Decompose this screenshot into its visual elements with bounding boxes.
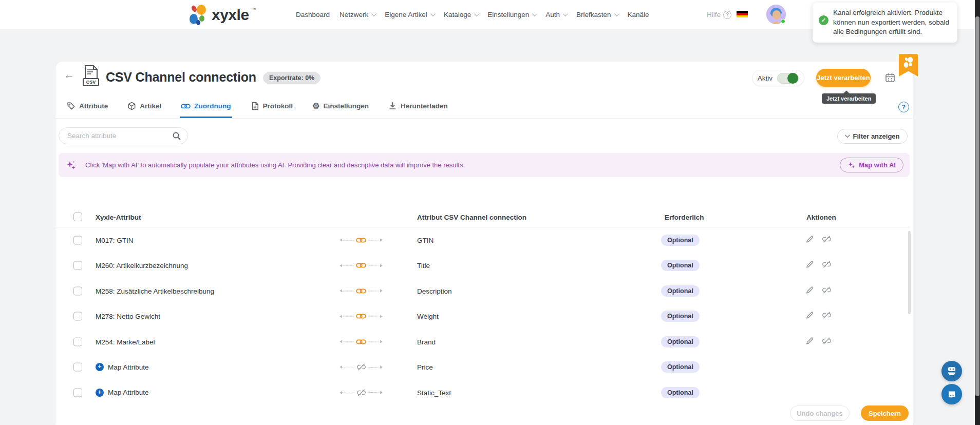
- tab-artikel[interactable]: Artikel: [126, 95, 162, 118]
- process-now-button[interactable]: Jetzt verarbeiten: [816, 69, 871, 87]
- nav-item-netzwerk[interactable]: Netzwerk: [340, 11, 375, 18]
- row-checkbox[interactable]: [73, 286, 82, 295]
- messenger-launcher-button[interactable]: [941, 384, 962, 404]
- nav-item-dashboard[interactable]: Dashboard: [296, 11, 330, 18]
- nav-item-auth[interactable]: Auth: [545, 11, 567, 18]
- nav-item-kanaele[interactable]: Kanäle: [628, 11, 649, 18]
- required-badge: Optional: [661, 387, 700, 398]
- table-scrollbar-thumb[interactable]: [908, 231, 911, 314]
- csv-attribute-name: GTIN: [417, 236, 434, 244]
- table-row: M278: Netto Gewicht Weight Optional: [55, 304, 910, 330]
- unlink-mapping-button[interactable]: [822, 235, 832, 245]
- csv-attribute-name: Brand: [417, 338, 436, 345]
- csv-attribute-name: Static_Text: [417, 389, 451, 396]
- column-header-csv-attribut: Attribut CSV Channel connection: [417, 214, 526, 221]
- tab-attribute[interactable]: Attribute: [66, 95, 109, 118]
- chevron-down-icon: [532, 11, 537, 16]
- column-header-xyxle-attribut: Xyxle-Attribut: [96, 214, 141, 221]
- row-checkbox[interactable]: [73, 236, 82, 244]
- tabs-help-button[interactable]: ?: [898, 102, 909, 112]
- export-rate-badge: Exportrate: 0%: [263, 72, 321, 84]
- help-question-icon: ?: [723, 11, 731, 19]
- unlinked-icon: [356, 389, 366, 397]
- active-toggle-label: Aktiv: [758, 74, 772, 82]
- attribute-search: [59, 127, 188, 144]
- mapping-table-header: Xyxle-Attribut Attribut CSV Channel conn…: [55, 210, 910, 227]
- unlink-mapping-button[interactable]: [822, 337, 832, 347]
- map-with-ai-button[interactable]: Map with AI: [840, 158, 903, 172]
- sparkles-icon: [847, 161, 855, 169]
- chevron-down-icon: [474, 11, 479, 16]
- row-checkbox[interactable]: [73, 363, 82, 372]
- help-link[interactable]: Hilfe ?: [707, 0, 731, 29]
- plus-icon: +: [96, 389, 104, 397]
- xyxle-logo-icon: [188, 4, 209, 26]
- unlink-mapping-button[interactable]: [822, 260, 832, 271]
- map-with-ai-banner: Click 'Map with AI' to automatically pop…: [59, 153, 910, 177]
- nav-item-kataloge[interactable]: Kataloge: [444, 11, 478, 18]
- tab-bar: Attribute Artikel Zuordnung Protokoll ⚙ …: [55, 95, 913, 119]
- map-attribute-action[interactable]: +Map Attribute: [96, 389, 149, 397]
- edit-mapping-button[interactable]: [805, 336, 814, 347]
- unlink-mapping-button[interactable]: [822, 311, 832, 321]
- show-filter-button[interactable]: Filter anzeigen: [837, 129, 908, 144]
- search-icon[interactable]: [172, 131, 181, 141]
- robot-icon: [945, 364, 958, 378]
- brand-logo[interactable]: xyxle ™: [188, 4, 257, 26]
- chatbot-launcher-button[interactable]: [941, 361, 962, 381]
- chevron-down-icon: [845, 132, 850, 138]
- tab-zuordnung[interactable]: Zuordnung: [180, 95, 232, 118]
- tag-icon: [67, 102, 76, 110]
- tab-protokoll[interactable]: Protokoll: [250, 95, 294, 118]
- trademark-symbol: ™: [252, 7, 257, 12]
- xyxle-attribute-name: M017: GTIN: [96, 236, 134, 244]
- chevron-down-icon: [371, 11, 376, 16]
- language-flag-german[interactable]: [737, 11, 748, 17]
- success-toast[interactable]: ✓ Kanal erfolgreich aktiviert. Produkte …: [813, 3, 957, 43]
- unlink-mapping-button[interactable]: [822, 286, 832, 296]
- mapping-connector: [340, 287, 383, 294]
- xyxle-attribute-name: M258: Zusätzliche Artikelbeschreibung: [96, 287, 214, 295]
- select-all-checkbox[interactable]: [73, 212, 82, 221]
- mapping-connector: [340, 363, 383, 371]
- scrollbar-thumb[interactable]: [975, 16, 979, 396]
- active-toggle[interactable]: [777, 73, 799, 84]
- table-row: M258: Zusätzliche Artikelbeschreibung De…: [55, 278, 910, 304]
- save-button[interactable]: Speichern: [861, 405, 909, 421]
- mapping-connector: [340, 389, 383, 397]
- row-checkbox[interactable]: [73, 337, 82, 346]
- row-checkbox[interactable]: [73, 261, 82, 270]
- table-row: +Map Attribute Price Optional: [55, 355, 910, 380]
- edit-mapping-button[interactable]: [805, 235, 814, 245]
- search-input[interactable]: [67, 132, 172, 140]
- edit-mapping-button[interactable]: [805, 260, 814, 271]
- csv-attribute-name: Description: [417, 287, 452, 295]
- row-checkbox[interactable]: [73, 312, 82, 321]
- chevron-down-icon: [430, 11, 436, 16]
- nav-item-einstellungen[interactable]: Einstellungen: [487, 11, 536, 18]
- required-badge: Optional: [661, 311, 700, 322]
- required-badge: Optional: [661, 260, 700, 271]
- mapping-table-body: M017: GTIN GTIN Optional M260: Artikelku…: [55, 227, 910, 405]
- edit-mapping-button[interactable]: [805, 285, 814, 296]
- map-attribute-action[interactable]: +Map Attribute: [96, 363, 149, 371]
- mapping-connector: [340, 338, 383, 345]
- nav-item-eigene-artikel[interactable]: Eigene Artikel: [385, 11, 434, 18]
- active-toggle-group: Aktiv: [752, 70, 804, 86]
- required-badge: Optional: [661, 235, 700, 246]
- tab-einstellungen[interactable]: ⚙ Einstellungen: [311, 95, 370, 118]
- column-header-aktionen: Aktionen: [806, 214, 836, 221]
- process-tooltip: Jetzt verarbeiten: [822, 93, 876, 104]
- csv-attribute-name: Weight: [417, 313, 439, 320]
- page-scrollbar[interactable]: [975, 0, 980, 425]
- package-icon: [127, 102, 136, 110]
- csv-file-icon: CSV: [79, 64, 103, 90]
- nav-item-briefkasten[interactable]: Briefkasten: [576, 11, 618, 18]
- edit-mapping-button[interactable]: [805, 311, 814, 322]
- column-header-erforderlich: Erforderlich: [665, 214, 704, 221]
- tab-herunterladen[interactable]: Herunterladen: [387, 95, 449, 118]
- row-checkbox[interactable]: [73, 388, 82, 397]
- undo-changes-button[interactable]: Undo changes: [790, 405, 850, 421]
- back-button[interactable]: ←: [64, 69, 74, 81]
- schedule-calendar-button[interactable]: [885, 72, 895, 83]
